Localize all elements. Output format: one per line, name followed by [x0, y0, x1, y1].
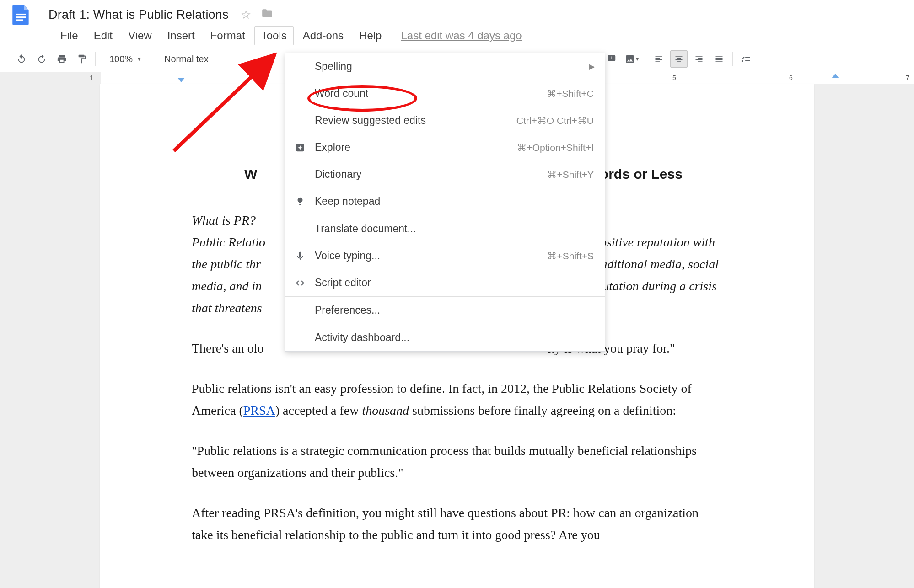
redo-button[interactable]: [33, 50, 50, 68]
menu-explore[interactable]: Explore ⌘+Option+Shift+I: [285, 134, 605, 161]
mic-icon: [294, 250, 306, 262]
menu-word-count[interactable]: Word count ⌘+Shift+C: [285, 80, 605, 107]
menu-view[interactable]: View: [122, 27, 158, 45]
menu-translate-document[interactable]: Translate document...: [285, 215, 605, 242]
line-spacing-button[interactable]: [737, 50, 755, 68]
svg-rect-1: [16, 16, 26, 18]
menu-review-suggested-edits[interactable]: Review suggested edits Ctrl+⌘O Ctrl+⌘U: [285, 107, 605, 134]
paragraph-style-selector[interactable]: Normal tex: [161, 54, 212, 64]
menu-insert[interactable]: Insert: [161, 27, 201, 45]
print-button[interactable]: [53, 50, 70, 68]
menu-activity-dashboard[interactable]: Activity dashboard...: [285, 324, 605, 351]
star-icon[interactable]: ☆: [241, 8, 251, 22]
menu-dictionary[interactable]: Dictionary ⌘+Shift+Y: [285, 161, 605, 188]
ruler-right-marker[interactable]: [832, 74, 839, 78]
menu-spelling[interactable]: Spelling ▶: [285, 53, 605, 80]
code-icon: [294, 277, 306, 289]
app-icon[interactable]: [8, 2, 34, 27]
undo-button[interactable]: [13, 50, 30, 68]
toolbar-separator: [732, 52, 733, 66]
align-center-button[interactable]: [670, 50, 688, 68]
menu-preferences[interactable]: Preferences...: [285, 297, 605, 324]
insert-comment-button[interactable]: +: [603, 50, 620, 68]
menu-script-editor[interactable]: Script editor: [285, 269, 605, 296]
menu-addons[interactable]: Add-ons: [296, 27, 350, 45]
explore-icon: [294, 141, 306, 154]
svg-text:+: +: [610, 55, 613, 60]
ruler-label: 6: [789, 74, 793, 81]
folder-icon[interactable]: [261, 7, 273, 22]
shortcut-label: ⌘+Shift+Y: [547, 169, 594, 180]
align-justify-button[interactable]: [710, 50, 728, 68]
keep-icon: [294, 195, 306, 208]
ruler-label: 7: [906, 74, 909, 81]
menu-voice-typing[interactable]: Voice typing... ⌘+Shift+S: [285, 242, 605, 269]
menu-tools[interactable]: Tools: [254, 26, 294, 45]
align-right-button[interactable]: [690, 50, 708, 68]
ruler-indent-marker[interactable]: [177, 78, 185, 82]
paint-format-button[interactable]: [73, 50, 91, 68]
shortcut-label: ⌘+Shift+S: [547, 251, 594, 262]
submenu-arrow-icon: ▶: [589, 62, 595, 71]
shortcut-label: ⌘+Option+Shift+I: [517, 142, 594, 153]
ruler-label: 1: [90, 74, 93, 81]
chevron-down-icon: ▼: [136, 56, 142, 62]
svg-rect-0: [16, 14, 26, 15]
document-title[interactable]: Draft 1: What is Public Relations: [48, 8, 229, 22]
menu-bar: File Edit View Insert Format Tools Add-o…: [0, 26, 914, 46]
zoom-selector[interactable]: 100%▼: [105, 54, 146, 64]
title-bar: Draft 1: What is Public Relations ☆: [0, 0, 914, 26]
menu-help[interactable]: Help: [353, 27, 388, 45]
svg-rect-2: [16, 19, 23, 21]
toolbar-separator: [156, 52, 156, 66]
prsa-link[interactable]: PRSA: [243, 403, 275, 417]
insert-image-button[interactable]: ▾: [623, 50, 640, 68]
tools-dropdown: Spelling ▶ Word count ⌘+Shift+C Review s…: [285, 53, 605, 352]
shortcut-label: ⌘+Shift+C: [547, 88, 594, 99]
ruler-label: 5: [672, 74, 676, 81]
ruler-left-margin: [0, 72, 101, 84]
menu-keep-notepad[interactable]: Keep notepad: [285, 188, 605, 215]
last-edit-link[interactable]: Last edit was 4 days ago: [401, 29, 522, 42]
toolbar-separator: [645, 52, 645, 66]
shortcut-label: Ctrl+⌘O Ctrl+⌘U: [516, 115, 594, 126]
menu-format[interactable]: Format: [204, 27, 252, 45]
menu-edit[interactable]: Edit: [87, 27, 119, 45]
align-left-button[interactable]: [650, 50, 667, 68]
menu-file[interactable]: File: [54, 27, 85, 45]
toolbar-separator: [95, 52, 96, 66]
